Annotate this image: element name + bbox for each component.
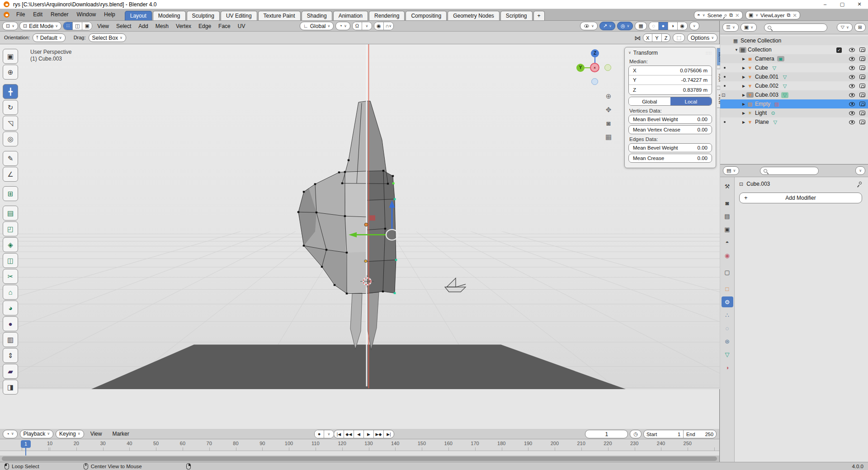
tool-shrink-fatten[interactable]: ⇕ (3, 348, 18, 363)
props-tab-particles[interactable]: ∴ (722, 310, 733, 320)
mirror-axis-button[interactable]: Z (662, 34, 670, 42)
outliner-row-cube[interactable]: ⊡ ▶ Cube ✓ (720, 63, 868, 72)
transform-orientation-dropdown[interactable]: ∟Global∨ (300, 22, 334, 30)
object-name[interactable]: Cube.002 (755, 83, 778, 89)
mirror-axis-button[interactable]: Y (652, 34, 661, 42)
drag-dots-icon[interactable]: :::: (706, 51, 712, 55)
mirror-icon[interactable]: ⋈ (634, 35, 641, 41)
outliner-row-scene-collection[interactable]: ⊡ Scene Collection ✓ (720, 36, 868, 45)
shading-dropdown[interactable]: ∨ (689, 22, 699, 30)
timeline-view-menu[interactable]: View (86, 429, 106, 439)
new-collection-button[interactable]: ⊞ (854, 23, 866, 32)
hide-viewport-toggle[interactable] (849, 102, 855, 106)
tool-smooth[interactable]: ● (3, 316, 18, 331)
tab-animation[interactable]: Animation (333, 11, 368, 20)
tool-scale[interactable]: ◹ (3, 116, 18, 131)
filter-dropdown[interactable]: ▽∨ (837, 23, 852, 32)
close-button[interactable]: ✕ (851, 0, 868, 9)
props-tab-constraints[interactable]: ⊛ (722, 336, 733, 347)
tool-extrude-region[interactable]: ▤ (3, 206, 18, 221)
end-frame-field[interactable]: End250 (684, 430, 716, 438)
disable-render-toggle[interactable] (859, 47, 865, 52)
viewport-menu-item[interactable]: Edge (195, 21, 215, 32)
disable-render-toggle[interactable] (859, 120, 865, 124)
vertex-data-field[interactable]: Mean Bevel Weight0.00 (628, 115, 712, 124)
use-preview-range-toggle[interactable]: ◷ (630, 430, 642, 438)
props-tab-modifiers[interactable]: ⚙ (722, 296, 733, 307)
menu-item[interactable]: File (12, 9, 29, 20)
edge-data-field[interactable]: Mean Bevel Weight0.00 (628, 143, 712, 152)
outliner-row-cube-002[interactable]: ⊡ ▶ Cube.002 ✓ (720, 81, 868, 90)
timeline-scrollbar[interactable] (0, 456, 719, 462)
tool-spin[interactable]: ◕ (3, 301, 18, 315)
expand-arrow-icon[interactable]: ▶ (741, 75, 746, 79)
viewport-menu-item[interactable]: Add (135, 21, 151, 32)
gizmos-dropdown[interactable]: ↗∨ (599, 22, 615, 30)
hide-viewport-toggle[interactable] (849, 84, 855, 88)
shading-solid[interactable]: ● (659, 22, 668, 30)
outliner-row-collection[interactable]: ⊡ ▼ Collection ✓ (720, 45, 868, 54)
prev-keyframe-button[interactable]: ◆◀ (344, 430, 354, 438)
expand-arrow-icon[interactable]: ▶ (741, 66, 746, 70)
scrollbar-thumb[interactable] (2, 456, 717, 461)
view-layer-selector[interactable]: ▣∨ ViewLayer ⧉ ✕ (745, 11, 800, 19)
auto-key-toggle[interactable]: ● (315, 430, 324, 438)
viewport-menu-item[interactable]: Vertex (172, 21, 195, 32)
pivot-point-dropdown[interactable]: ◔∨ (335, 22, 350, 30)
tab-shading[interactable]: Shading (302, 11, 332, 20)
playhead[interactable] (25, 448, 26, 456)
outliner-search-input[interactable] (764, 24, 827, 32)
jump-to-start-button[interactable]: |◀ (334, 430, 344, 438)
display-mode-dropdown[interactable]: ▣∨ (741, 23, 757, 32)
gizmo-z-neg-ball[interactable] (591, 78, 598, 85)
snap-toggle[interactable]: Ω (353, 22, 362, 30)
expand-arrow-icon[interactable]: ▼ (734, 48, 739, 52)
tool-bevel[interactable]: ◈ (3, 237, 18, 252)
tab-texture-paint[interactable]: Texture Paint (258, 11, 301, 20)
hide-viewport-toggle[interactable] (849, 48, 855, 52)
select-mode-vertex[interactable]: ∷ (63, 22, 73, 30)
mode-dropdown[interactable]: ⊡Edit Mode∨ (19, 22, 61, 30)
gizmo-x-ball[interactable]: x (590, 63, 599, 72)
start-frame-field[interactable]: Start1 (644, 430, 684, 438)
object-name[interactable]: Plane (755, 119, 769, 125)
hide-viewport-toggle[interactable] (849, 57, 855, 61)
shading-wireframe[interactable]: ◌ (649, 22, 659, 30)
object-name[interactable]: Scene Collection (741, 38, 781, 44)
expand-arrow-icon[interactable]: ▶ (741, 120, 746, 124)
breadcrumb-object-name[interactable]: Cube.003 (746, 181, 770, 187)
disable-render-toggle[interactable] (859, 93, 865, 97)
minimize-button[interactable]: – (816, 0, 834, 9)
props-tab-object-data[interactable]: ▽ (722, 349, 733, 360)
gizmo-y-ball[interactable]: Y (576, 64, 585, 72)
options-dropdown[interactable]: Options∨ (687, 33, 717, 42)
collapse-icon[interactable]: ∨ (628, 51, 631, 55)
disable-render-toggle[interactable] (859, 75, 865, 79)
object-name[interactable]: Empty (755, 101, 770, 107)
viewport-menu-item[interactable]: View (94, 21, 113, 32)
tool-inset-faces[interactable]: ◰ (3, 221, 18, 236)
tab-modeling[interactable]: Modeling (153, 11, 186, 20)
tool-transform[interactable]: ◎ (3, 132, 18, 146)
outliner-row-cube-001[interactable]: ⊡ ▶ Cube.001 ✓ (720, 72, 868, 81)
outliner-row-cube-003[interactable]: ⊡ ▶ Cube.003 ✓ (720, 90, 868, 99)
select-mode-edge[interactable]: ◫ (73, 22, 82, 30)
pan-hand-icon[interactable]: ✥ (604, 105, 613, 115)
tool-shear[interactable]: ▰ (3, 364, 18, 379)
tab-scripting[interactable]: Scripting (500, 11, 533, 20)
pin-icon[interactable] (724, 14, 727, 17)
blender-menu-icon[interactable] (4, 12, 9, 18)
hide-viewport-toggle[interactable] (849, 111, 855, 115)
properties-search-input[interactable] (760, 167, 819, 175)
props-tab-view-layer[interactable]: ▣ (722, 224, 733, 235)
add-modifier-button[interactable]: + Add Modifier (739, 193, 862, 203)
timeline-editor-type-button[interactable]: ◔∨ (3, 430, 18, 438)
pin-icon[interactable] (859, 181, 862, 185)
current-frame-badge[interactable]: 1 (21, 440, 31, 448)
object-name[interactable]: Cube.001 (755, 74, 778, 80)
disable-render-toggle[interactable] (859, 84, 865, 88)
tool-measure[interactable]: ∠ (3, 167, 18, 182)
hide-viewport-toggle[interactable] (849, 120, 855, 124)
props-tab-physics[interactable]: ◌ (722, 323, 733, 334)
object-name[interactable]: Cube (755, 65, 768, 71)
